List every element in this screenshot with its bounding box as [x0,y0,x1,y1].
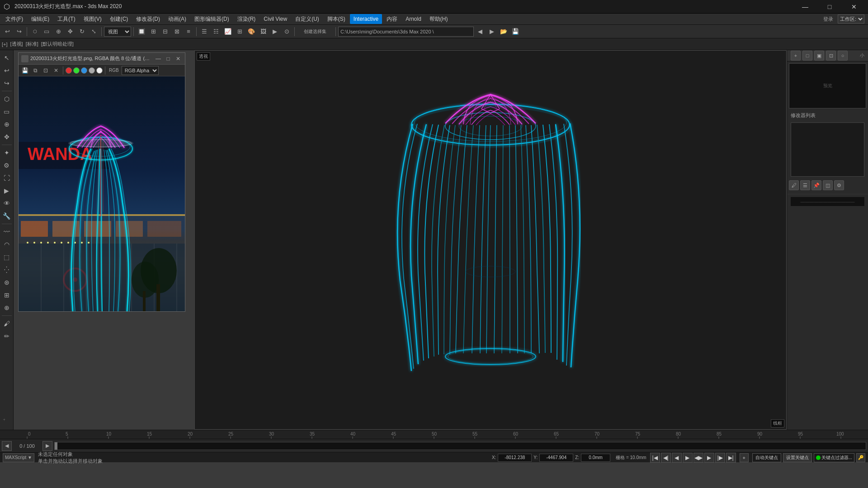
align-button[interactable]: ≡ [183,26,194,37]
motion-tool[interactable]: ▶ [1,185,13,197]
render-prod-button[interactable]: ⊙ [281,26,292,37]
menu-render[interactable]: 渲染(R) [234,14,259,24]
viewport-area[interactable]: 20200313火炬灯光造型.png, RGBA 颜色 8 位/通道 (1:1)… [14,50,787,430]
menu-content[interactable]: 内容 [383,14,401,24]
select-object-button[interactable]: ⬡ [29,26,40,37]
select-tool[interactable]: ↖ [1,52,13,64]
move-button[interactable]: ✥ [65,26,75,37]
maximize-button[interactable]: □ [819,0,840,14]
tool-6[interactable]: ⊕ [1,118,13,130]
rp-render[interactable]: ⊡ [826,51,836,61]
breadcrumb-plus[interactable]: [+] [2,42,8,47]
file-path-input[interactable] [338,27,474,37]
set-key-btn[interactable]: 设置关键点 [783,453,812,462]
path-btn-1[interactable]: ◀ [475,26,486,37]
prev-frame-btn2[interactable]: ◀ [672,453,682,463]
next-key-btn[interactable]: |▶ [715,453,725,463]
menu-tools[interactable]: 工具(T) [54,14,79,24]
play-btn[interactable]: ▶ [683,453,693,463]
image-viewer-minimize[interactable]: — [154,55,162,63]
hair-tool[interactable]: 🖌 [1,318,13,329]
brush-tool[interactable]: ✏ [1,330,13,342]
path-btn-2[interactable]: ▶ [486,26,497,37]
next-frame-btn[interactable]: ▶ [42,441,52,451]
render-setup-button[interactable]: 🖼 [258,26,269,37]
schematic-button[interactable]: ⊞ [234,26,245,37]
go-start-btn[interactable]: |◀ [650,453,660,463]
iv-clear[interactable]: ✕ [52,66,61,75]
panel-icon-config[interactable]: ⚙ [834,180,844,190]
ruler-track[interactable]: 0 5 10 15 20 25 30 35 40 45 50 55 60 [18,430,850,439]
utilities-tool[interactable]: 🔧 [1,210,13,222]
curve-editor-button[interactable]: 📈 [222,26,233,37]
undo-button[interactable]: ↩ [2,26,13,37]
rp-save[interactable]: ▣ [814,51,824,61]
spline-tool[interactable]: 〰 [1,226,13,238]
set-keyframe-btn[interactable]: 🔑 [856,453,865,462]
menu-edit[interactable]: 编辑(E) [28,14,53,24]
tool-2[interactable]: ↩ [1,65,13,76]
prev-key-btn[interactable]: ◀| [661,453,671,463]
add-key-btn[interactable]: + [740,453,749,462]
panel-icon-list[interactable]: ☰ [800,180,810,190]
key-filter-btn[interactable]: 关键点过滤器... [814,453,854,462]
menu-create[interactable]: 创建(C) [106,14,132,24]
menu-help[interactable]: 帮助(H) [426,14,452,24]
breadcrumb-shading[interactable]: [标准] [26,41,38,47]
modify-tool[interactable]: ⚙ [1,160,13,171]
scatter-tool[interactable]: ⁛ [1,264,13,276]
viewport-shading-label[interactable]: 线框 [771,419,784,427]
color-green[interactable] [73,67,80,74]
timeline-slider[interactable] [55,442,57,450]
modifier-list-area[interactable] [791,122,864,177]
breadcrumb-mode[interactable]: [默认明暗处理] [41,41,74,47]
menu-interactive[interactable]: Interactive [350,14,382,24]
snap-button[interactable]: 🔲 [136,26,147,37]
surface-tool[interactable]: ⬚ [1,251,13,263]
workspace-select[interactable]: 工作区: [838,14,864,23]
tool-4[interactable]: ⬡ [1,93,13,105]
viewport-3d[interactable]: 透视 [194,50,787,430]
y-value[interactable]: -4467.904 [539,454,573,462]
auto-key-btn[interactable]: 自动关键点 [752,453,781,462]
timeline-track[interactable] [54,442,866,450]
play-back-btn[interactable]: ◀▶ [693,453,703,463]
lattice-tool[interactable]: ⊞ [1,289,13,301]
mirror-button[interactable]: ⊠ [171,26,182,37]
boolean-tool[interactable]: ⊕ [1,302,13,314]
iv-clone[interactable]: ⊡ [41,66,50,75]
material-editor-button[interactable]: 🎨 [246,26,257,37]
hierarchy-tool[interactable]: ⛶ [1,172,13,184]
iv-save[interactable]: 💾 [20,66,29,75]
scale-button[interactable]: ⤡ [88,26,99,37]
prev-frame-btn[interactable]: ◀ [2,441,12,451]
go-end-btn[interactable]: ▶| [726,453,736,463]
image-viewer-close[interactable]: ✕ [174,55,182,63]
rotate-button[interactable]: ↻ [76,26,87,37]
maxscript-btn[interactable]: MAXScript ▼ [3,453,34,462]
z-value[interactable]: 0.0mm [581,454,610,462]
color-red[interactable] [66,67,72,74]
rp-open[interactable]: □ [802,51,812,61]
create-tool[interactable]: ✦ [1,147,13,159]
login-button[interactable]: 登录 [821,16,835,23]
next-frame-btn2[interactable]: ▶ [704,453,714,463]
color-blue[interactable] [81,67,87,74]
panel-icon-modify[interactable]: 🖊 [789,180,799,190]
rp-new[interactable]: + [791,51,801,61]
path-save[interactable]: 💾 [510,26,521,37]
tool-5[interactable]: ▭ [1,106,13,117]
render-button[interactable]: ▶ [269,26,280,37]
view-select[interactable]: 视图 [104,27,131,37]
path-open[interactable]: 📂 [498,26,509,37]
menu-view[interactable]: 视图(V) [80,14,105,24]
panel-icon-sel[interactable]: ◫ [823,180,833,190]
menu-animation[interactable]: 动画(A) [165,14,190,24]
image-viewer-maximize[interactable]: □ [164,55,172,63]
select-region-button[interactable]: ▭ [41,26,52,37]
display-tool[interactable]: 👁 [1,197,13,209]
menu-script[interactable]: 脚本(S) [324,14,349,24]
tool-3[interactable]: ↪ [1,77,13,89]
menu-customize[interactable]: 自定义(U) [292,14,323,24]
menu-file[interactable]: 文件(F) [2,14,27,24]
